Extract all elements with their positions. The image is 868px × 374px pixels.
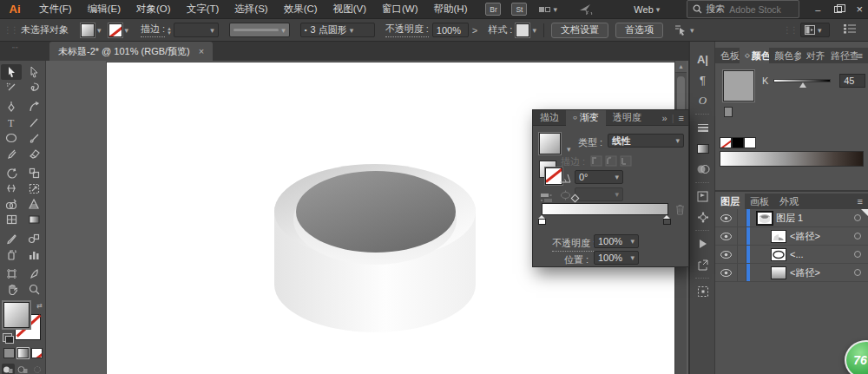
zoom-tool[interactable] <box>23 281 44 297</box>
style-swatch[interactable] <box>516 23 529 37</box>
gradient-swatch-dropdown-icon[interactable]: ▾ <box>567 145 571 154</box>
white-swatch[interactable] <box>744 137 756 148</box>
target-circle[interactable] <box>854 214 861 221</box>
workspace-switcher[interactable]: Web ▾ <box>634 4 660 15</box>
stroke-panel-icon[interactable] <box>690 117 715 138</box>
tab-gradient[interactable]: ○ 渐变 <box>566 110 606 126</box>
select-similar-icon[interactable]: ▾ <box>674 24 694 36</box>
layer-thumbnail[interactable] <box>757 212 773 225</box>
ellipse-tool[interactable] <box>1 130 22 146</box>
lock-toggle[interactable] <box>738 246 746 263</box>
stop-location-select[interactable]: 100%▾ <box>594 251 639 265</box>
visibility-toggle[interactable] <box>715 227 738 245</box>
artboard-tool[interactable] <box>1 266 22 281</box>
gradient-panel-icon[interactable] <box>690 138 715 159</box>
none-mode-button[interactable] <box>31 348 43 358</box>
grayscale-spectrum-ramp[interactable] <box>720 151 864 167</box>
width-tool[interactable] <box>1 180 22 196</box>
stroke-weight-select[interactable]: ▾ <box>174 23 219 37</box>
paragraph-panel-icon[interactable]: ¶ <box>690 69 715 90</box>
symbols-panel-icon[interactable] <box>690 186 715 207</box>
gradient-stop-left[interactable] <box>538 215 546 225</box>
lock-toggle[interactable] <box>738 209 746 226</box>
gradient-slider[interactable] <box>542 203 668 215</box>
app-logo[interactable]: Ai <box>3 2 26 17</box>
lock-toggle[interactable] <box>738 227 746 245</box>
tab-appearance[interactable]: 外观 <box>774 194 804 209</box>
opacity-expand-icon[interactable]: > <box>472 25 477 36</box>
brush-definition-select[interactable]: • 3 点圆形 ▾ <box>300 23 375 37</box>
layers-panel-menu-icon[interactable]: ≡ <box>858 196 868 207</box>
tab-pathfinder[interactable]: 路径查 <box>825 48 858 63</box>
style-dropdown-icon[interactable]: ▾ <box>532 26 536 35</box>
layer-name[interactable]: 图层 1 <box>776 212 803 225</box>
paintbrush-tool[interactable] <box>23 130 44 146</box>
menu-effect[interactable]: 效果(C) <box>276 0 326 19</box>
stop-location-label[interactable]: 位置 : <box>564 253 589 268</box>
k-slider-thumb[interactable] <box>799 82 806 88</box>
mesh-tool[interactable] <box>1 212 22 227</box>
lasso-tool[interactable] <box>23 80 44 95</box>
tab-swatches[interactable]: 色板 <box>715 48 740 63</box>
gradient-angle-select[interactable]: 0° ▾ <box>575 170 623 184</box>
opacity-label[interactable]: 不透明度 : <box>385 23 429 37</box>
object-thumbnail[interactable] <box>771 248 786 261</box>
library-list-icon[interactable] <box>844 24 856 36</box>
menu-window[interactable]: 窗口(W) <box>374 0 426 19</box>
active-color-swatch[interactable] <box>723 70 754 102</box>
scale-tool[interactable] <box>23 165 44 180</box>
eraser-tool[interactable] <box>23 146 44 161</box>
fill-swatch[interactable] <box>3 302 30 328</box>
selection-tool[interactable] <box>1 64 22 80</box>
line-segment-tool[interactable] <box>23 115 44 130</box>
tab-color-guide[interactable]: 颜色参 <box>769 48 801 63</box>
slice-tool[interactable] <box>23 266 44 281</box>
menu-help[interactable]: 帮助(H) <box>426 0 476 19</box>
color-mode-button[interactable] <box>3 348 15 358</box>
document-close-icon[interactable]: × <box>199 46 204 56</box>
object-thumbnail[interactable] <box>771 230 786 243</box>
magic-wand-tool[interactable] <box>1 80 22 95</box>
k-value-input[interactable]: 45 <box>839 74 865 88</box>
tab-transparency[interactable]: 透明度 <box>606 110 648 126</box>
opacity-input[interactable]: 100% <box>432 23 469 37</box>
stroke-color-swatch[interactable] <box>108 23 122 37</box>
none-color-swatch[interactable] <box>720 137 732 148</box>
gradient-type-select[interactable]: 线性 ▾ <box>608 134 684 148</box>
menu-type[interactable]: 文字(T) <box>179 0 227 19</box>
symbol-sprayer-tool[interactable] <box>1 246 22 262</box>
workspace-panel-button[interactable]: ▾ <box>800 23 830 37</box>
k-slider-track[interactable] <box>773 79 831 82</box>
perspective-grid-tool[interactable] <box>23 196 44 212</box>
gradient-mode-button[interactable] <box>17 348 29 358</box>
bridge-button[interactable]: Br <box>485 3 501 16</box>
transparency-panel-icon[interactable] <box>690 159 715 180</box>
object-name[interactable]: <路径> <box>790 266 820 279</box>
gradient-tool[interactable] <box>23 212 44 227</box>
swap-fill-stroke-icon[interactable]: ⇄ <box>36 302 43 310</box>
stock-button[interactable]: St <box>511 3 527 16</box>
collapse-panel-icon[interactable]: » <box>662 113 667 123</box>
target-circle[interactable] <box>854 269 861 276</box>
object-thumbnail[interactable] <box>771 266 786 279</box>
lock-toggle[interactable] <box>738 264 746 281</box>
shaper-tool[interactable] <box>1 146 22 161</box>
launch-icon[interactable] <box>578 3 594 16</box>
stroke-gradient-along-icon[interactable] <box>605 155 617 168</box>
minimize-button[interactable]: – <box>815 4 820 15</box>
opentype-panel-icon[interactable]: O <box>690 90 715 111</box>
draw-inside-mode[interactable] <box>31 364 44 374</box>
menu-view[interactable]: 视图(V) <box>326 0 374 19</box>
menu-edit[interactable]: 编辑(E) <box>80 0 128 19</box>
document-setup-button[interactable]: 文档设置 <box>551 23 608 38</box>
visibility-toggle[interactable] <box>715 209 738 226</box>
target-circle[interactable] <box>854 251 861 258</box>
type-tool[interactable]: T <box>1 115 22 130</box>
character-panel-icon[interactable]: A| <box>690 49 715 69</box>
document-tab[interactable]: 未标题-2* @ 101% (RGB/预览) × <box>49 42 213 61</box>
fill-dropdown-icon[interactable]: ▾ <box>97 26 102 35</box>
panel-menu-icon[interactable]: ≡ <box>679 113 684 123</box>
arrange-documents-icon[interactable]: ▾ <box>539 5 557 14</box>
pen-tool[interactable] <box>1 99 22 115</box>
transform-panel-icon[interactable] <box>690 281 715 302</box>
